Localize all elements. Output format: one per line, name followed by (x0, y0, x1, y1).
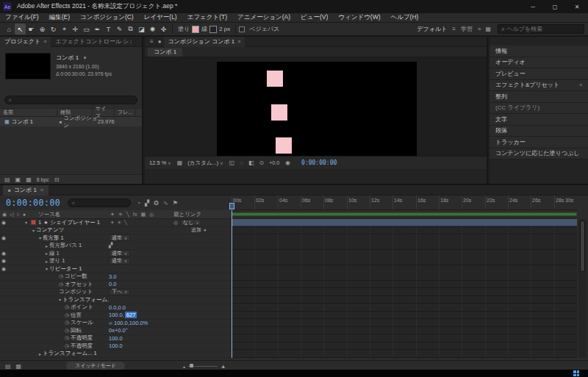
twirl-closed-icon[interactable]: ▸ (46, 259, 48, 264)
exposure-value[interactable]: +0.0 (269, 160, 279, 165)
exposure-icon[interactable]: ⊙ (259, 159, 265, 166)
fill-label[interactable]: 塗り (178, 25, 190, 33)
start-opacity-property-row[interactable]: ◷ 不透明度 100.0 (0, 335, 232, 343)
puppet-tool-icon[interactable]: ✜ (158, 24, 169, 35)
anchor-point-property-row[interactable]: ◷ ポイント 0.0,0.0 (0, 304, 232, 312)
transparency-grid-icon[interactable]: ◌ (240, 159, 243, 166)
stroke-label[interactable]: 線 (201, 25, 207, 33)
resolution-dropdown[interactable]: (カスタム...) ∨ (187, 159, 223, 167)
value-edit-field[interactable]: 627 (125, 312, 137, 318)
scale-property-row[interactable]: ◷ スケール ∞ 100.0,100.0% (0, 320, 232, 328)
tab-composition[interactable]: コンポジション コンポ 1 ≡ (164, 37, 245, 47)
panel-effects-presets[interactable]: エフェクト&プリセット ≡ (490, 80, 588, 92)
frame-blend-toggle-icon[interactable]: ▞ (145, 200, 149, 207)
add-button[interactable]: 追加 ● (191, 226, 207, 234)
property-value[interactable]: 3.0 (109, 273, 116, 280)
brush-tool-icon[interactable]: ✎ (114, 24, 125, 35)
panel-preview[interactable]: プレビュー (490, 68, 588, 80)
property-label[interactable]: スケール (71, 319, 93, 326)
minimize-button[interactable]: ─ (522, 0, 544, 13)
clone-stamp-tool-icon[interactable]: ⧉ (125, 24, 136, 35)
panel-menu-icon[interactable]: ≡ (237, 39, 240, 44)
windows-logo-icon[interactable] (573, 370, 579, 376)
trash-icon[interactable]: ⊟ (54, 176, 60, 183)
project-search-box[interactable]: ⌕ (4, 96, 137, 104)
interpret-footage-icon[interactable]: ▤ (4, 176, 10, 183)
panel-paragraph[interactable]: 段落 (490, 126, 588, 137)
twirl-open-icon[interactable]: ▾ (59, 297, 61, 302)
fx-header-icon[interactable]: fx (133, 212, 137, 218)
menu-view[interactable]: ビュー(V) (295, 13, 333, 22)
comp-name[interactable]: コンポ 1 (56, 54, 79, 61)
comp-viewer-tab[interactable]: コンポ 1 (148, 48, 182, 57)
tab-effect-controls[interactable]: エフェクトコントロール シェイプ... (51, 37, 132, 46)
twirl-open-icon[interactable]: ▾ (39, 235, 41, 240)
blend-mode-dropdown[interactable]: 通常 ∨ (109, 258, 130, 265)
layer-row[interactable]: ◉ ▾ 1 ★ シェイプレイヤー 1 ✦ ✳ ╲ ◎ なし (0, 219, 232, 227)
blend-mode-dropdown[interactable]: 通常 ∨ (109, 234, 130, 241)
twirl-open-icon[interactable]: ▾ (46, 266, 48, 271)
group-label[interactable]: トランスフォーム... 1 (43, 350, 97, 357)
roto-brush-tool-icon[interactable]: ✺ (147, 24, 158, 35)
graph-editor-icon[interactable]: ∿ (163, 200, 168, 207)
lock-column-icon[interactable]: ● (23, 212, 26, 218)
source-name-header[interactable]: ソース名 (38, 211, 60, 218)
property-label[interactable]: コピー数 (65, 273, 87, 280)
motionblur-header-icon[interactable]: ◎ (149, 212, 154, 218)
expand-columns-icon[interactable]: ▤ (5, 363, 11, 370)
quality-header-icon[interactable]: ╲ (126, 212, 129, 218)
quality-switch-icon[interactable]: ╲ (124, 220, 127, 226)
collapse-header-icon[interactable]: ✳ (118, 212, 123, 218)
roi-icon[interactable]: ◱ (229, 159, 235, 166)
collapse-switch-icon[interactable]: ✳ (117, 220, 121, 226)
close-button[interactable]: ✕ (566, 0, 588, 13)
parent-pickwhip-icon[interactable]: ◎ (173, 220, 178, 226)
menu-window[interactable]: ウィンドウ(W) (333, 13, 385, 22)
workspace-learn-button[interactable]: 学習 (461, 25, 473, 33)
stroke-group-row[interactable]: ◉ ▸ 線 1 通常 ∨ (0, 250, 232, 258)
timeline-zoom-control[interactable]: ▴ ▲ (183, 363, 226, 370)
camera-tool-icon[interactable]: ⌖ (59, 24, 70, 35)
panel-menu-icon[interactable]: ≡ (150, 38, 154, 45)
stopwatch-icon[interactable]: ◷ (65, 312, 69, 318)
panel-cc-libraries[interactable]: (CC ライブラリ) (490, 103, 588, 115)
help-search-input[interactable] (506, 26, 574, 32)
grid-header-icon[interactable]: ▦ (140, 212, 146, 218)
eye-icon[interactable]: ◉ (1, 220, 6, 226)
property-value[interactable]: 100.0 (109, 342, 123, 349)
layer-duration-bar[interactable] (232, 219, 577, 226)
pen-tool-icon[interactable]: ✒ (92, 24, 103, 35)
offset-property-row[interactable]: ◷ オフセット 0.0 (0, 281, 232, 289)
property-label[interactable]: 不透明度 (71, 334, 93, 342)
pink-square-2[interactable] (271, 104, 287, 121)
hand-tool-icon[interactable]: ☛ (26, 24, 37, 35)
panel-menu-icon[interactable]: ≡ (579, 82, 582, 87)
audio-column-icon[interactable]: ◁ (10, 212, 13, 218)
repeater-group-row[interactable]: ◉ ▾ リピーター 1 (0, 265, 232, 273)
property-value[interactable]: 100.0, (109, 312, 124, 318)
repeater-transform-row[interactable]: ▾ トランスフォーム... (0, 296, 232, 304)
column-name[interactable]: 名前 (0, 109, 57, 116)
orbit-tool-icon[interactable]: ↻ (48, 24, 59, 35)
menu-composition[interactable]: コンポジション(C) (75, 13, 139, 22)
panel-character[interactable]: 文字 (490, 114, 588, 126)
fill-color-swatch[interactable] (192, 26, 199, 33)
new-composition-icon[interactable]: ▦ (26, 176, 32, 183)
twirl-open-icon[interactable]: ▾ (32, 228, 35, 233)
menu-file[interactable]: ファイル(F) (0, 13, 44, 22)
group-label[interactable]: リピーター 1 (49, 265, 82, 273)
workspace-menu-icon[interactable]: ≡ (452, 26, 456, 32)
menu-edit[interactable]: 編集(E) (44, 13, 75, 22)
menu-layer[interactable]: レイヤー(L) (139, 13, 182, 22)
stopwatch-icon[interactable]: ◷ (65, 328, 69, 334)
stopwatch-icon[interactable]: ◷ (65, 335, 69, 341)
timeline-graph-area[interactable] (232, 219, 577, 358)
rotation-property-row[interactable]: ◷ 回転 0x+0.0° (0, 327, 232, 335)
property-value[interactable]: 0.0 (109, 281, 116, 287)
layer-name[interactable]: シェイプレイヤー 1 (50, 219, 100, 226)
group-label[interactable]: 長方形 1 (43, 234, 64, 242)
current-time-indicator-handle[interactable] (229, 203, 234, 209)
workspace-grid-icon[interactable]: ▦ (485, 26, 491, 32)
group-label[interactable]: 長方形パス 1 (49, 242, 82, 249)
stroke-width-value[interactable]: 2 px (219, 26, 230, 32)
